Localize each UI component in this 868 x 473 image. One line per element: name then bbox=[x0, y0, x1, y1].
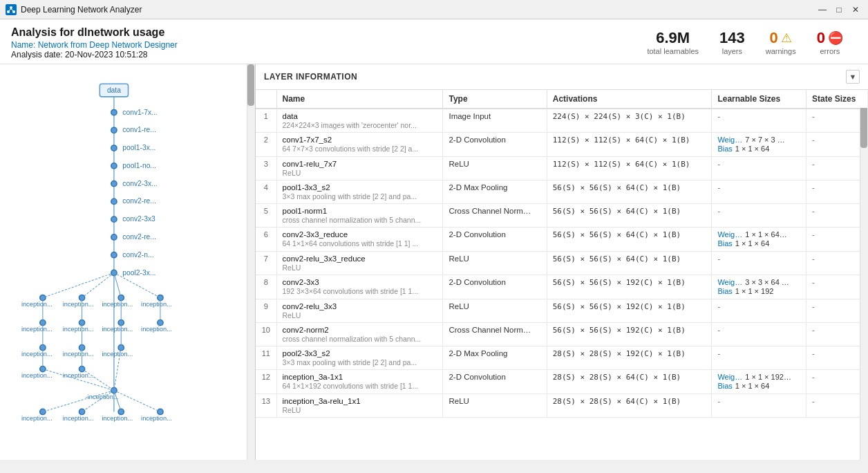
window-controls: — □ ✕ bbox=[815, 3, 862, 17]
row-activations: 56(S) × 56(S) × 64(C) × 1(B) bbox=[547, 204, 712, 228]
network-scroll-thumb[interactable] bbox=[247, 64, 254, 106]
row-num: 4 bbox=[256, 180, 276, 204]
row-learnable: - bbox=[712, 394, 806, 418]
table-row[interactable]: 2conv1-7x7_s264 7×7×3 convolutions with … bbox=[256, 133, 868, 157]
collapse-button[interactable]: ▼ bbox=[846, 70, 860, 84]
row-state: - bbox=[806, 346, 868, 370]
svg-text:inception...: inception... bbox=[21, 326, 53, 333]
maximize-button[interactable]: □ bbox=[832, 3, 846, 17]
table-scroll-track[interactable] bbox=[860, 90, 868, 460]
error-icon: ⛔ bbox=[828, 30, 843, 46]
svg-line-67 bbox=[114, 272, 160, 297]
row-learnable: - bbox=[712, 180, 806, 204]
svg-line-3 bbox=[8, 9, 11, 11]
row-name: pool2-3x3_s23×3 max pooling with stride … bbox=[276, 346, 443, 370]
row-learnable: - bbox=[712, 157, 806, 180]
row-type: ReLU bbox=[443, 299, 547, 323]
row-name: inception_3a-relu_1x1ReLU bbox=[276, 394, 443, 418]
table-row[interactable]: 11pool2-3x3_s23×3 max pooling with strid… bbox=[256, 346, 868, 370]
table-scroll[interactable]: Name Type Activations Learnable Sizes St… bbox=[256, 90, 868, 460]
row-learnable: Weig…3 × 3 × 64 …Bias1 × 1 × 192 bbox=[712, 275, 806, 299]
svg-text:inception...: inception... bbox=[141, 326, 172, 333]
row-state: - bbox=[806, 323, 868, 346]
date-label: Analysis date: bbox=[11, 50, 63, 59]
row-state: - bbox=[806, 252, 868, 275]
row-activations: 56(S) × 56(S) × 64(C) × 1(B) bbox=[547, 252, 712, 275]
main-content: data conv1-7x... conv1-re... pool1-3x...… bbox=[0, 64, 868, 460]
svg-text:pool1-no...: pool1-no... bbox=[122, 162, 156, 169]
row-num: 10 bbox=[256, 323, 276, 346]
network-graph-svg: data conv1-7x... conv1-re... pool1-3x...… bbox=[0, 64, 255, 460]
row-state: - bbox=[806, 157, 868, 180]
row-type: ReLU bbox=[443, 252, 547, 275]
network-name-row: Name: Network from Deep Network Designer bbox=[11, 40, 178, 50]
table-row[interactable]: 1data224×224×3 images with 'zerocenter' … bbox=[256, 109, 868, 133]
svg-text:-inception...: -inception... bbox=[86, 393, 119, 400]
svg-text:inception...: inception... bbox=[102, 326, 133, 333]
network-canvas[interactable]: data conv1-7x... conv1-re... pool1-3x...… bbox=[0, 64, 255, 460]
table-row[interactable]: 8conv2-3x3192 3×3×64 convolutions with s… bbox=[256, 275, 868, 299]
svg-text:inception...: inception... bbox=[63, 372, 94, 379]
row-num: 11 bbox=[256, 346, 276, 370]
row-activations: 28(S) × 28(S) × 64(C) × 1(B) bbox=[547, 394, 712, 418]
svg-text:conv1-7x...: conv1-7x... bbox=[122, 109, 157, 116]
svg-text:inception...: inception... bbox=[63, 415, 94, 422]
name-label: Name: bbox=[11, 40, 35, 50]
svg-point-12 bbox=[111, 145, 117, 151]
row-learnable: - bbox=[712, 299, 806, 323]
row-name: conv2-relu_3x3ReLU bbox=[276, 299, 443, 323]
row-name: conv2-norm2cross channel normalization w… bbox=[276, 323, 443, 346]
layers-table: Name Type Activations Learnable Sizes St… bbox=[256, 90, 868, 418]
svg-point-8 bbox=[111, 109, 117, 115]
network-scroll-track[interactable] bbox=[247, 64, 255, 460]
analysis-title: Analysis for dlnetwork usage bbox=[11, 26, 178, 39]
svg-text:data: data bbox=[107, 86, 121, 94]
row-name: conv2-relu_3x3_reduceReLU bbox=[276, 252, 443, 275]
svg-text:inception...: inception... bbox=[102, 351, 133, 358]
svg-text:inception...: inception... bbox=[21, 415, 53, 422]
svg-line-65 bbox=[82, 272, 114, 297]
row-name: conv1-relu_7x7ReLU bbox=[276, 157, 443, 180]
table-row[interactable]: 10conv2-norm2cross channel normalization… bbox=[256, 323, 868, 346]
row-type: 2-D Convolution bbox=[443, 228, 547, 252]
row-state: - bbox=[806, 133, 868, 157]
row-learnable: - bbox=[712, 204, 806, 228]
row-type: 2-D Convolution bbox=[443, 275, 547, 299]
svg-text:inception...: inception... bbox=[141, 301, 172, 308]
layers-label: layers bbox=[719, 47, 745, 55]
row-activations: 56(S) × 56(S) × 192(C) × 1(B) bbox=[547, 275, 712, 299]
table-row[interactable]: 13inception_3a-relu_1x1ReLUReLU28(S) × 2… bbox=[256, 394, 868, 418]
table-row[interactable]: 3conv1-relu_7x7ReLUReLU112(S) × 112(S) ×… bbox=[256, 157, 868, 180]
table-row[interactable]: 7conv2-relu_3x3_reduceReLUReLU56(S) × 56… bbox=[256, 252, 868, 275]
table-row[interactable]: 9conv2-relu_3x3ReLUReLU56(S) × 56(S) × 1… bbox=[256, 299, 868, 323]
row-name: pool1-3x3_s23×3 max pooling with stride … bbox=[276, 180, 443, 204]
table-row[interactable]: 4pool1-3x3_s23×3 max pooling with stride… bbox=[256, 180, 868, 204]
row-state: - bbox=[806, 275, 868, 299]
app-icon bbox=[6, 4, 17, 15]
table-row[interactable]: 6conv2-3x3_reduce64 1×1×64 convolutions … bbox=[256, 228, 868, 252]
layer-info-title: LAYER INFORMATION bbox=[264, 72, 357, 82]
row-activations: 224(S) × 224(S) × 3(C) × 1(B) bbox=[547, 109, 712, 133]
svg-text:inception...: inception... bbox=[141, 415, 172, 422]
row-learnable: Weig…1 × 1 × 64…Bias1 × 1 × 64 bbox=[712, 228, 806, 252]
table-header-row: Name Type Activations Learnable Sizes St… bbox=[256, 90, 868, 109]
warnings-value: 0 bbox=[770, 29, 778, 47]
learnables-label: total learnables bbox=[647, 47, 699, 55]
close-button[interactable]: ✕ bbox=[849, 3, 862, 17]
svg-text:inception...: inception... bbox=[21, 351, 53, 358]
row-name: conv1-7x7_s264 7×7×3 convolutions with s… bbox=[276, 133, 443, 157]
errors-label: errors bbox=[817, 47, 843, 55]
table-row[interactable]: 5pool1-norm1cross channel normalization … bbox=[256, 204, 868, 228]
app-title: Deep Learning Network Analyzer bbox=[21, 5, 142, 15]
table-row[interactable]: 12inception_3a-1x164 1×1×192 convolution… bbox=[256, 370, 868, 394]
minimize-button[interactable]: — bbox=[815, 3, 829, 17]
row-learnable: - bbox=[712, 252, 806, 275]
row-activations: 112(S) × 112(S) × 64(C) × 1(B) bbox=[547, 157, 712, 180]
row-num: 2 bbox=[256, 133, 276, 157]
row-type: 2-D Convolution bbox=[443, 133, 547, 157]
svg-line-66 bbox=[114, 272, 121, 297]
svg-text:conv1-re...: conv1-re... bbox=[122, 126, 156, 133]
svg-text:inception...: inception... bbox=[63, 351, 94, 358]
warnings-label: warnings bbox=[766, 47, 796, 55]
svg-line-64 bbox=[43, 272, 114, 297]
